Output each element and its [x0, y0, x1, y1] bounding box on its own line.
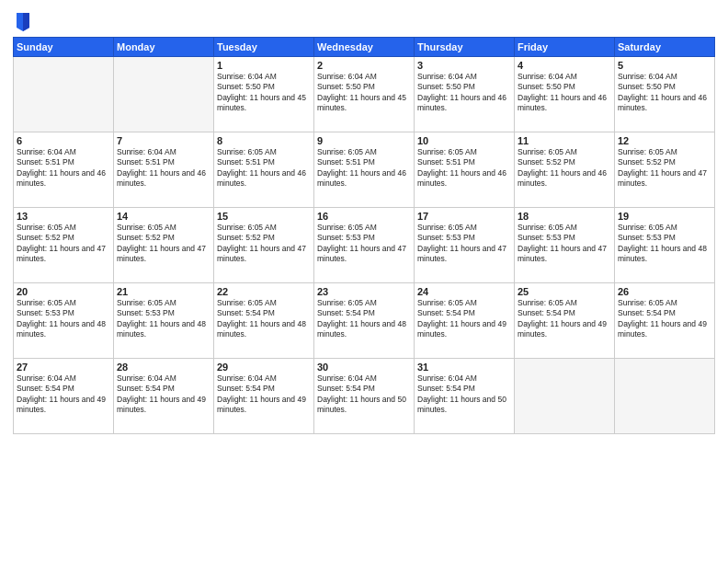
- calendar-cell: 10Sunrise: 6:05 AMSunset: 5:51 PMDayligh…: [415, 132, 515, 208]
- weekday-header-friday: Friday: [515, 38, 615, 57]
- cell-info: Sunrise: 6:04 AMSunset: 5:54 PMDaylight:…: [17, 373, 110, 416]
- logo: [13, 13, 31, 31]
- day-number: 21: [117, 286, 210, 297]
- day-number: 17: [417, 211, 511, 222]
- cell-info: Sunrise: 6:04 AMSunset: 5:50 PMDaylight:…: [618, 72, 711, 114]
- cell-info: Sunrise: 6:05 AMSunset: 5:52 PMDaylight:…: [17, 223, 110, 265]
- day-number: 14: [117, 211, 210, 222]
- calendar-cell: 6Sunrise: 6:04 AMSunset: 5:51 PMDaylight…: [14, 132, 114, 208]
- calendar-cell: 17Sunrise: 6:05 AMSunset: 5:53 PMDayligh…: [415, 208, 515, 283]
- day-number: 11: [518, 135, 611, 146]
- calendar-cell: 14Sunrise: 6:05 AMSunset: 5:52 PMDayligh…: [114, 208, 214, 283]
- cell-info: Sunrise: 6:05 AMSunset: 5:53 PMDaylight:…: [417, 223, 511, 265]
- calendar-cell: 29Sunrise: 6:04 AMSunset: 5:54 PMDayligh…: [214, 359, 314, 434]
- cell-info: Sunrise: 6:05 AMSunset: 5:53 PMDaylight:…: [618, 223, 711, 265]
- day-number: 9: [317, 135, 411, 146]
- day-number: 13: [17, 211, 110, 222]
- calendar-cell: 13Sunrise: 6:05 AMSunset: 5:52 PMDayligh…: [14, 208, 114, 283]
- cell-info: Sunrise: 6:04 AMSunset: 5:51 PMDaylight:…: [17, 147, 110, 190]
- day-number: 8: [217, 135, 311, 146]
- calendar-week-5: 27Sunrise: 6:04 AMSunset: 5:54 PMDayligh…: [14, 359, 715, 434]
- cell-info: Sunrise: 6:05 AMSunset: 5:51 PMDaylight:…: [317, 147, 411, 190]
- weekday-header-wednesday: Wednesday: [314, 38, 415, 57]
- calendar-cell: 1Sunrise: 6:04 AMSunset: 5:50 PMDaylight…: [214, 57, 314, 132]
- page: SundayMondayTuesdayWednesdayThursdayFrid…: [0, 0, 728, 563]
- day-number: 26: [618, 286, 711, 297]
- logo-icon: [15, 11, 31, 31]
- cell-info: Sunrise: 6:05 AMSunset: 5:51 PMDaylight:…: [417, 147, 511, 190]
- weekday-header-tuesday: Tuesday: [214, 38, 314, 57]
- cell-info: Sunrise: 6:05 AMSunset: 5:52 PMDaylight:…: [217, 223, 311, 265]
- day-number: 10: [417, 135, 511, 146]
- day-number: 25: [518, 286, 611, 297]
- cell-info: Sunrise: 6:05 AMSunset: 5:53 PMDaylight:…: [518, 223, 611, 265]
- calendar-cell: 24Sunrise: 6:05 AMSunset: 5:54 PMDayligh…: [415, 283, 515, 359]
- calendar-cell: 26Sunrise: 6:05 AMSunset: 5:54 PMDayligh…: [615, 283, 715, 359]
- calendar-cell: 31Sunrise: 6:04 AMSunset: 5:54 PMDayligh…: [415, 359, 515, 434]
- cell-info: Sunrise: 6:04 AMSunset: 5:54 PMDaylight:…: [217, 373, 311, 416]
- calendar-cell: [515, 359, 615, 434]
- calendar-week-2: 6Sunrise: 6:04 AMSunset: 5:51 PMDaylight…: [14, 132, 715, 208]
- calendar-cell: [615, 359, 715, 434]
- cell-info: Sunrise: 6:04 AMSunset: 5:50 PMDaylight:…: [417, 72, 511, 114]
- weekday-header-thursday: Thursday: [415, 38, 515, 57]
- calendar-table: SundayMondayTuesdayWednesdayThursdayFrid…: [13, 37, 715, 434]
- calendar-cell: 19Sunrise: 6:05 AMSunset: 5:53 PMDayligh…: [615, 208, 715, 283]
- cell-info: Sunrise: 6:05 AMSunset: 5:53 PMDaylight:…: [117, 298, 210, 340]
- day-number: 16: [317, 211, 411, 222]
- calendar-cell: 28Sunrise: 6:04 AMSunset: 5:54 PMDayligh…: [114, 359, 214, 434]
- day-number: 19: [618, 211, 711, 222]
- calendar-cell: 30Sunrise: 6:04 AMSunset: 5:54 PMDayligh…: [314, 359, 415, 434]
- cell-info: Sunrise: 6:05 AMSunset: 5:51 PMDaylight:…: [217, 147, 311, 190]
- calendar-cell: 3Sunrise: 6:04 AMSunset: 5:50 PMDaylight…: [415, 57, 515, 132]
- svg-marker-1: [23, 13, 29, 31]
- calendar-week-1: 1Sunrise: 6:04 AMSunset: 5:50 PMDaylight…: [14, 57, 715, 132]
- weekday-header-monday: Monday: [114, 38, 214, 57]
- calendar-cell: 16Sunrise: 6:05 AMSunset: 5:53 PMDayligh…: [314, 208, 415, 283]
- cell-info: Sunrise: 6:04 AMSunset: 5:50 PMDaylight:…: [317, 72, 411, 114]
- day-number: 2: [317, 60, 411, 71]
- cell-info: Sunrise: 6:05 AMSunset: 5:54 PMDaylight:…: [217, 298, 311, 340]
- weekday-header-sunday: Sunday: [14, 38, 114, 57]
- cell-info: Sunrise: 6:05 AMSunset: 5:54 PMDaylight:…: [518, 298, 611, 340]
- cell-info: Sunrise: 6:04 AMSunset: 5:50 PMDaylight:…: [217, 72, 311, 114]
- calendar-cell: 2Sunrise: 6:04 AMSunset: 5:50 PMDaylight…: [314, 57, 415, 132]
- day-number: 30: [317, 362, 411, 373]
- calendar-cell: 15Sunrise: 6:05 AMSunset: 5:52 PMDayligh…: [214, 208, 314, 283]
- calendar-cell: 5Sunrise: 6:04 AMSunset: 5:50 PMDaylight…: [615, 57, 715, 132]
- cell-info: Sunrise: 6:05 AMSunset: 5:53 PMDaylight:…: [317, 223, 411, 265]
- cell-info: Sunrise: 6:04 AMSunset: 5:50 PMDaylight:…: [518, 72, 611, 114]
- cell-info: Sunrise: 6:05 AMSunset: 5:52 PMDaylight:…: [618, 147, 711, 190]
- calendar-cell: 12Sunrise: 6:05 AMSunset: 5:52 PMDayligh…: [615, 132, 715, 208]
- header: [13, 9, 715, 31]
- calendar-cell: [14, 57, 114, 132]
- day-number: 29: [217, 362, 311, 373]
- weekday-header-saturday: Saturday: [615, 38, 715, 57]
- calendar-cell: 21Sunrise: 6:05 AMSunset: 5:53 PMDayligh…: [114, 283, 214, 359]
- day-number: 3: [417, 60, 511, 71]
- day-number: 27: [17, 362, 110, 373]
- calendar-cell: 4Sunrise: 6:04 AMSunset: 5:50 PMDaylight…: [515, 57, 615, 132]
- day-number: 1: [217, 60, 311, 71]
- cell-info: Sunrise: 6:05 AMSunset: 5:54 PMDaylight:…: [317, 298, 411, 340]
- cell-info: Sunrise: 6:04 AMSunset: 5:54 PMDaylight:…: [317, 373, 411, 416]
- day-number: 23: [317, 286, 411, 297]
- calendar-cell: 27Sunrise: 6:04 AMSunset: 5:54 PMDayligh…: [14, 359, 114, 434]
- cell-info: Sunrise: 6:04 AMSunset: 5:51 PMDaylight:…: [117, 147, 210, 190]
- calendar-cell: 8Sunrise: 6:05 AMSunset: 5:51 PMDaylight…: [214, 132, 314, 208]
- day-number: 28: [117, 362, 210, 373]
- calendar-cell: 11Sunrise: 6:05 AMSunset: 5:52 PMDayligh…: [515, 132, 615, 208]
- day-number: 18: [518, 211, 611, 222]
- cell-info: Sunrise: 6:05 AMSunset: 5:52 PMDaylight:…: [518, 147, 611, 190]
- cell-info: Sunrise: 6:05 AMSunset: 5:52 PMDaylight:…: [117, 223, 210, 265]
- cell-info: Sunrise: 6:04 AMSunset: 5:54 PMDaylight:…: [117, 373, 210, 416]
- calendar-cell: 9Sunrise: 6:05 AMSunset: 5:51 PMDaylight…: [314, 132, 415, 208]
- calendar-cell: 7Sunrise: 6:04 AMSunset: 5:51 PMDaylight…: [114, 132, 214, 208]
- day-number: 5: [618, 60, 711, 71]
- calendar-cell: 20Sunrise: 6:05 AMSunset: 5:53 PMDayligh…: [14, 283, 114, 359]
- cell-info: Sunrise: 6:05 AMSunset: 5:54 PMDaylight:…: [618, 298, 711, 340]
- cell-info: Sunrise: 6:05 AMSunset: 5:53 PMDaylight:…: [17, 298, 110, 340]
- weekday-header-row: SundayMondayTuesdayWednesdayThursdayFrid…: [14, 38, 715, 57]
- day-number: 4: [518, 60, 611, 71]
- calendar-cell: 25Sunrise: 6:05 AMSunset: 5:54 PMDayligh…: [515, 283, 615, 359]
